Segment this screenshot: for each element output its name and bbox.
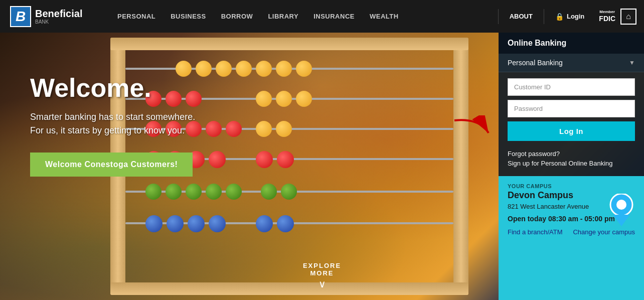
hours-value: 08:30 am - 05:00 pm bbox=[548, 215, 615, 223]
svg-point-1 bbox=[616, 200, 626, 210]
bead-2-6 bbox=[296, 91, 312, 107]
navbar: B Beneficial BANK PERSONAL BUSINESS BORR… bbox=[0, 0, 644, 33]
bead-1-3 bbox=[216, 61, 232, 77]
bead-6-1 bbox=[145, 215, 163, 232]
bead-5-6 bbox=[261, 184, 277, 200]
red-arrow bbox=[449, 115, 495, 143]
hero-content: Welcome. Smarter banking has to start so… bbox=[30, 73, 195, 177]
bead-3-5 bbox=[226, 121, 242, 137]
sidebar: Online Banking Personal Banking ▼ Log In… bbox=[499, 33, 644, 300]
chevron-down-icon: ∨ bbox=[303, 278, 341, 290]
logo-name: Beneficial bbox=[35, 8, 82, 19]
lock-icon: 🔒 bbox=[555, 13, 564, 21]
campus-label: Your Campus bbox=[508, 183, 635, 189]
logo-sub: BANK bbox=[35, 19, 82, 25]
login-label: Login bbox=[567, 13, 584, 20]
nav-library[interactable]: LIBRARY bbox=[261, 13, 305, 20]
logo-area: B Beneficial BANK bbox=[0, 6, 110, 27]
bead-6-6 bbox=[277, 215, 294, 232]
bead-4-6 bbox=[277, 151, 294, 168]
bead-6-2 bbox=[167, 215, 184, 232]
bead-5-7 bbox=[281, 184, 297, 200]
abacus-frame-bottom bbox=[110, 282, 468, 295]
bead-5-3 bbox=[186, 184, 202, 200]
online-banking-panel: Online Banking Personal Banking ▼ Log In… bbox=[499, 33, 644, 176]
explore-more[interactable]: EXPLOREMORE ∨ bbox=[303, 262, 341, 290]
bead-6-4 bbox=[209, 215, 226, 232]
bead-4-5 bbox=[256, 151, 273, 168]
ob-links: Forgot password? Sign up for Personal On… bbox=[499, 145, 644, 176]
bead-2-5 bbox=[276, 91, 292, 107]
nav-borrow[interactable]: BORROW bbox=[214, 13, 260, 20]
bead-5-1 bbox=[145, 184, 162, 200]
nav-divider-1 bbox=[498, 9, 499, 24]
bead-4-4 bbox=[209, 151, 226, 168]
nav-business[interactable]: BUSINESS bbox=[164, 13, 213, 20]
bead-6-3 bbox=[188, 215, 205, 232]
bead-2-4 bbox=[256, 91, 272, 107]
hero-subtitle: Smarter banking has to start somewhere. … bbox=[30, 110, 195, 137]
bead-6-5 bbox=[256, 215, 273, 232]
bead-5-5 bbox=[226, 184, 242, 200]
hero-subtitle-line1: Smarter banking has to start somewhere. bbox=[30, 112, 195, 122]
explore-text: EXPLOREMORE bbox=[303, 262, 341, 277]
location-icon bbox=[609, 194, 634, 224]
find-branch-link[interactable]: Find a branch/ATM bbox=[508, 228, 563, 236]
bead-1-7 bbox=[296, 61, 312, 77]
bead-3-7 bbox=[276, 121, 292, 137]
fdic-main: FDIC bbox=[599, 15, 615, 23]
banking-type-label: Personal Banking bbox=[508, 59, 563, 67]
svg-marker-2 bbox=[613, 215, 630, 226]
fdic-member: Member bbox=[599, 10, 615, 15]
bead-1-6 bbox=[276, 61, 292, 77]
forgot-password-link[interactable]: Forgot password? bbox=[508, 150, 635, 158]
bead-1-5 bbox=[256, 61, 272, 77]
nav-wealth[interactable]: WEALTH bbox=[363, 13, 406, 20]
chevron-down-icon: ▼ bbox=[629, 59, 635, 66]
bead-3-6 bbox=[256, 121, 272, 137]
signup-link[interactable]: Sign up for Personal Online Banking bbox=[508, 160, 635, 167]
bead-1-4 bbox=[236, 61, 252, 77]
hero-subtitle-line2: For us, it starts by getting to know you… bbox=[30, 125, 185, 135]
bead-5-4 bbox=[206, 184, 222, 200]
nav-right: Member FDIC ⌂ bbox=[591, 9, 644, 25]
abacus-frame-right bbox=[453, 38, 468, 295]
campus-links: Find a branch/ATM Change your campus bbox=[508, 228, 635, 236]
abacus-frame-top bbox=[110, 38, 468, 50]
hero-title: Welcome. bbox=[30, 73, 195, 103]
fdic-badge: Member FDIC bbox=[599, 10, 615, 23]
password-input[interactable] bbox=[508, 100, 635, 117]
nav-divider-2 bbox=[544, 9, 544, 24]
nav-insurance[interactable]: INSURANCE bbox=[306, 13, 362, 20]
logo-icon: B bbox=[10, 6, 31, 27]
hours-label: Open today bbox=[508, 215, 546, 223]
login-button[interactable]: Log In bbox=[508, 121, 635, 141]
nav-login[interactable]: 🔒 Login bbox=[548, 13, 591, 21]
banking-type-dropdown[interactable]: Personal Banking ▼ bbox=[499, 54, 644, 72]
ob-form: Log In bbox=[499, 72, 644, 145]
bead-1-2 bbox=[196, 61, 212, 77]
nav-personal[interactable]: PERSONAL bbox=[110, 13, 163, 20]
customer-id-input[interactable] bbox=[508, 78, 635, 96]
nav-about[interactable]: About bbox=[503, 13, 540, 20]
online-banking-header: Online Banking bbox=[499, 33, 644, 54]
nav-links: PERSONAL BUSINESS BORROW LIBRARY INSURAN… bbox=[110, 13, 494, 20]
equal-housing-icon: ⌂ bbox=[620, 9, 636, 25]
bead-3-4 bbox=[206, 121, 222, 137]
cta-button[interactable]: Welcome Conestoga Customers! bbox=[30, 153, 193, 177]
campus-panel: Your Campus Devon Campus 821 West Lancas… bbox=[499, 176, 644, 300]
change-campus-link[interactable]: Change your campus bbox=[573, 228, 635, 236]
bead-5-2 bbox=[166, 184, 182, 200]
